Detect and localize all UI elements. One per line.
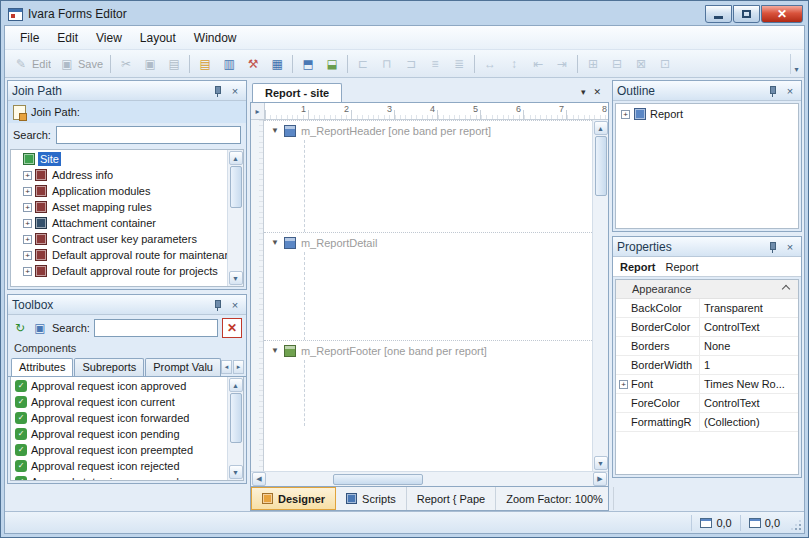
property-row[interactable]: + BackColor Transparent	[616, 299, 798, 318]
tree-item[interactable]: + Default approval route for maintenan	[11, 247, 227, 263]
pin-icon[interactable]	[765, 84, 779, 98]
ruler-corner-button[interactable]: ▸	[251, 103, 265, 119]
document-tab[interactable]: Report - site	[252, 83, 342, 102]
band-header[interactable]: ▼ m_ReportFooter [one band per report]	[264, 340, 592, 360]
same-height-icon[interactable]: ↕	[502, 54, 526, 74]
expand-icon[interactable]: +	[23, 171, 32, 180]
build-icon[interactable]: ⚒	[241, 54, 265, 74]
toolbox-item[interactable]: ✓ Approval status icon approved	[11, 474, 227, 480]
menu-item[interactable]: View	[87, 28, 131, 48]
tree-item[interactable]: + Asset mapping rules	[11, 199, 227, 215]
scroll-down-icon[interactable]: ▼	[229, 465, 243, 479]
toolbar-overflow-button[interactable]: ▾	[790, 54, 802, 74]
vertical-scrollbar[interactable]: ▲ ▼	[227, 377, 243, 480]
tab-report-paper[interactable]: Report { Pape	[407, 487, 497, 510]
resize-grip[interactable]	[789, 518, 801, 530]
scroll-left-icon[interactable]: ◀	[252, 472, 266, 486]
same-width-icon[interactable]: ↔	[478, 54, 502, 74]
scroll-up-icon[interactable]: ▲	[229, 151, 243, 165]
paste-icon[interactable]: ▤	[162, 54, 186, 74]
toolbox-item[interactable]: ✓ Approval request icon current	[11, 394, 227, 410]
select-form-icon[interactable]: ▤	[193, 54, 217, 74]
property-row[interactable]: + Font Times New Ro...	[616, 375, 798, 394]
property-row[interactable]: + BorderColor ControlText	[616, 318, 798, 337]
pin-icon[interactable]	[210, 298, 224, 312]
designer-vertical-scrollbar[interactable]: ▲ ▼	[592, 120, 608, 471]
bring-to-front-icon[interactable]: ⬒	[296, 54, 320, 74]
property-row[interactable]: + Borders None	[616, 337, 798, 356]
scroll-down-icon[interactable]: ▼	[229, 271, 243, 285]
pin-icon[interactable]	[210, 84, 224, 98]
scroll-up-icon[interactable]: ▲	[594, 121, 608, 135]
property-value[interactable]: Transparent	[700, 299, 798, 317]
center-vertically-icon[interactable]: ⇥	[550, 54, 574, 74]
maximize-button[interactable]	[733, 5, 760, 23]
expand-icon[interactable]: +	[23, 235, 32, 244]
toolbox-tab[interactable]: Prompt Valu	[145, 358, 221, 376]
scroll-down-icon[interactable]: ▼	[594, 456, 608, 470]
property-value[interactable]: Times New Ro...	[700, 375, 798, 393]
zoom-factor[interactable]: Zoom Factor: 100%	[496, 487, 614, 510]
designer-horizontal-scrollbar[interactable]: ◀ ▶	[251, 471, 608, 486]
property-value[interactable]: 1	[700, 356, 798, 374]
clear-icon[interactable]: ✕	[222, 318, 242, 338]
tree-item[interactable]: + Attachment container	[11, 215, 227, 231]
band-header[interactable]: ▼ m_ReportHeader [one band per report]	[264, 120, 592, 140]
tree-item[interactable]: + Site	[11, 151, 227, 167]
band-content[interactable]	[264, 360, 592, 426]
band-header[interactable]: ▼ m_ReportDetail	[264, 232, 592, 252]
property-value[interactable]: (Collection)	[700, 413, 798, 431]
align-centers-icon[interactable]: ⊓	[375, 54, 399, 74]
expand-icon[interactable]: +	[23, 203, 32, 212]
align-lefts-icon[interactable]: ⊏	[351, 54, 375, 74]
toolbox-item[interactable]: ✓ Approval request icon pending	[11, 426, 227, 442]
toolbox-tab[interactable]: Subreports	[74, 358, 144, 376]
toolbox-item[interactable]: ✓ Approval request icon forwarded	[11, 410, 227, 426]
property-row[interactable]: + FormattingR (Collection)	[616, 413, 798, 432]
close-icon[interactable]: ×	[228, 84, 242, 98]
close-icon[interactable]: ×	[783, 240, 797, 254]
band-content[interactable]	[264, 140, 592, 232]
refresh-icon[interactable]: ↻	[12, 320, 28, 336]
property-row[interactable]: + ForeColor ControlText	[616, 394, 798, 413]
scroll-left-icon[interactable]: ◂	[221, 360, 232, 374]
scroll-thumb[interactable]	[595, 136, 607, 196]
tree-item[interactable]: + Address info	[11, 167, 227, 183]
property-value[interactable]: ControlText	[700, 318, 798, 336]
join-path-search-input[interactable]	[56, 126, 241, 144]
expand-icon[interactable]: +	[621, 110, 630, 119]
close-document-icon[interactable]: ✕	[593, 87, 601, 97]
property-value[interactable]: ControlText	[700, 394, 798, 412]
cut-icon[interactable]: ✂	[114, 54, 138, 74]
lock-controls-icon[interactable]: ⊠	[629, 54, 653, 74]
collapse-arrow-icon[interactable]: ▼	[271, 346, 279, 355]
vertical-scrollbar[interactable]: ▲ ▼	[227, 150, 243, 286]
scroll-right-icon[interactable]: ▸	[233, 360, 244, 374]
remove-from-grid-icon[interactable]: ⊟	[605, 54, 629, 74]
snap-to-grid-icon[interactable]: ⊡	[653, 54, 677, 74]
expand-icon[interactable]: +	[23, 251, 32, 260]
expand-icon[interactable]: +	[619, 380, 628, 389]
copy-icon[interactable]: ▣	[138, 54, 162, 74]
center-horizontally-icon[interactable]: ⇤	[526, 54, 550, 74]
expand-icon[interactable]: +	[23, 187, 32, 196]
menu-item[interactable]: Layout	[131, 28, 185, 48]
collapse-arrow-icon[interactable]: ▼	[271, 238, 279, 247]
toolbox-tab[interactable]: Attributes	[11, 358, 73, 376]
close-button[interactable]: ✕	[761, 5, 803, 23]
menu-item[interactable]: Window	[185, 28, 246, 48]
send-to-back-icon[interactable]: ⬓	[320, 54, 344, 74]
expand-icon[interactable]: +	[23, 267, 32, 276]
scroll-thumb[interactable]	[230, 393, 242, 443]
category-row[interactable]: Appearance	[616, 280, 798, 299]
save-button[interactable]: ▣ Save	[55, 54, 107, 74]
close-icon[interactable]: ×	[228, 298, 242, 312]
align-tops-icon[interactable]: ≡	[423, 54, 447, 74]
menu-item[interactable]: Edit	[48, 28, 87, 48]
document-list-icon[interactable]: ▾	[581, 87, 586, 97]
close-icon[interactable]: ×	[783, 84, 797, 98]
band-content[interactable]	[264, 252, 592, 340]
pin-icon[interactable]	[765, 240, 779, 254]
report-explorer-icon[interactable]: ▦	[265, 54, 289, 74]
collapse-arrow-icon[interactable]: ▼	[271, 126, 279, 135]
